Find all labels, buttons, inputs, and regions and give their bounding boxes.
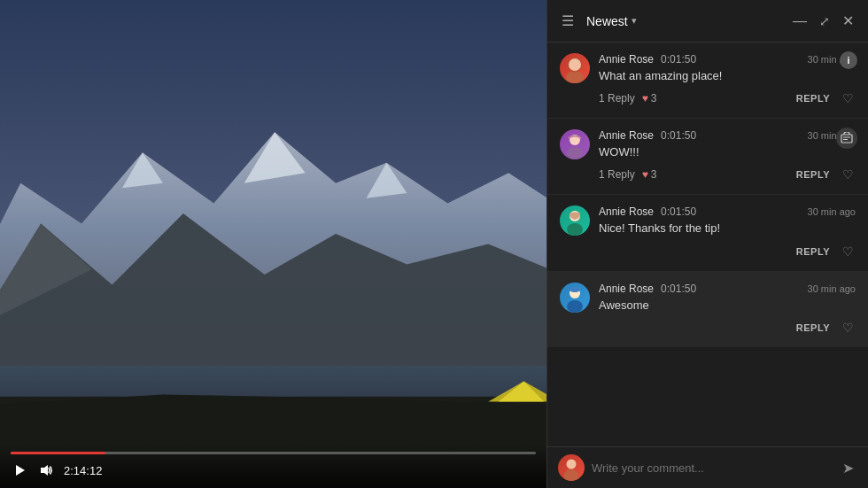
menu-button[interactable]: ☰	[560, 11, 576, 31]
comment-content: Annie Rose 0:01:50 30 min ago WOW!!! 1 R…	[599, 129, 856, 183]
svg-point-23	[567, 223, 583, 236]
time-display: 2:14:12	[64, 464, 102, 477]
avatar	[560, 205, 590, 236]
comment-input-area: ➤	[547, 446, 868, 488]
progress-fill	[11, 452, 105, 454]
heart-icon: ♥	[642, 92, 648, 105]
svg-rect-26	[570, 287, 580, 292]
like-button[interactable]: ♡	[841, 319, 856, 337]
comment-content: Annie Rose 0:01:50 30 min ago What an am…	[599, 53, 856, 107]
info-badge[interactable]: i	[840, 51, 857, 69]
close-button[interactable]: ✕	[841, 11, 856, 31]
menu-icon: ☰	[562, 13, 574, 28]
svg-point-15	[566, 71, 584, 83]
minimize-icon: —	[793, 13, 807, 28]
send-button[interactable]: ➤	[839, 457, 857, 479]
reply-button[interactable]: REPLY	[793, 167, 833, 182]
expand-button[interactable]: ⤢	[818, 12, 832, 31]
comment-time-ago: 30 min ago	[808, 206, 856, 217]
comment-text: Nice! Thanks for the tip!	[599, 221, 856, 236]
progress-bar[interactable]	[11, 452, 536, 454]
svg-point-25	[567, 300, 583, 313]
reply-count: 1 Reply ♥ 3	[599, 168, 657, 181]
comment-item: Annie Rose 0:01:50 30 min ago WOW!!! 1 R…	[547, 119, 868, 195]
comment-author: Annie Rose	[599, 283, 654, 295]
video-player: 2:14:12	[0, 0, 546, 488]
svg-rect-19	[841, 135, 852, 143]
comment-timestamp[interactable]: 0:01:50	[661, 53, 696, 66]
heart-icon: ♥	[642, 168, 648, 181]
like-button[interactable]: ♡	[841, 243, 856, 260]
comment-author: Annie Rose	[599, 205, 654, 218]
like-count: ♥ 3	[642, 168, 657, 181]
sort-arrow-icon: ▾	[632, 15, 637, 27]
like-button[interactable]: ♡	[841, 89, 856, 107]
avatar	[560, 53, 590, 83]
reply-count: 1 Reply ♥ 3	[599, 92, 657, 105]
send-icon: ➤	[842, 461, 854, 476]
comment-input[interactable]	[592, 461, 832, 475]
avatar	[560, 129, 590, 159]
reply-button[interactable]: REPLY	[793, 244, 833, 259]
comments-list: Annie Rose 0:01:50 30 min ago What an am…	[547, 43, 868, 446]
comment-item: Annie Rose 0:01:50 30 min ago What an am…	[547, 43, 868, 119]
comment-item: Annie Rose 0:01:50 30 min ago Nice! Than…	[547, 195, 868, 271]
svg-point-28	[564, 469, 579, 481]
avatar	[560, 283, 590, 313]
svg-marker-12	[16, 465, 25, 476]
comment-timestamp[interactable]: 0:01:50	[661, 129, 696, 142]
comment-timestamp[interactable]: 0:01:50	[661, 205, 696, 218]
like-count: ♥ 3	[642, 92, 657, 105]
play-button[interactable]	[11, 461, 28, 479]
sort-label: Newest	[586, 14, 628, 28]
comment-author: Annie Rose	[599, 53, 654, 66]
comments-panel: ☰ Newest ▾ — ⤢ ✕	[546, 0, 868, 488]
user-avatar	[558, 454, 585, 481]
reaction-badge[interactable]	[836, 128, 857, 149]
comment-text: Awesome	[599, 298, 856, 314]
sort-dropdown[interactable]: Newest ▾	[586, 14, 780, 28]
video-controls: 2:14:12	[0, 445, 546, 488]
reply-button[interactable]: REPLY	[793, 321, 833, 335]
comment-text: WOW!!!	[599, 144, 856, 160]
volume-button[interactable]	[37, 461, 55, 479]
view-replies-button[interactable]: 1 Reply	[599, 92, 635, 105]
svg-point-18	[567, 147, 583, 159]
comment-author: Annie Rose	[599, 129, 654, 142]
expand-icon: ⤢	[819, 14, 830, 28]
svg-point-27	[567, 460, 577, 469]
comment-content: Annie Rose 0:01:50 30 min ago Nice! Than…	[599, 205, 856, 259]
svg-marker-13	[41, 465, 48, 476]
comment-timestamp[interactable]: 0:01:50	[661, 283, 696, 295]
comment-content: Annie Rose 0:01:50 30 min ago Awesome RE…	[599, 283, 856, 337]
like-button[interactable]: ♡	[841, 166, 856, 183]
reply-button[interactable]: REPLY	[793, 91, 833, 105]
svg-point-14	[569, 58, 581, 71]
minimize-button[interactable]: —	[791, 12, 809, 31]
comment-text: What an amazing place!	[599, 68, 856, 84]
view-replies-button[interactable]: 1 Reply	[599, 168, 635, 181]
comment-time-ago: 30 min ago	[808, 283, 856, 294]
close-icon: ✕	[842, 13, 854, 28]
comments-header: ☰ Newest ▾ — ⤢ ✕	[547, 0, 868, 43]
comment-item: Annie Rose 0:01:50 30 min ago Awesome RE…	[547, 272, 868, 347]
